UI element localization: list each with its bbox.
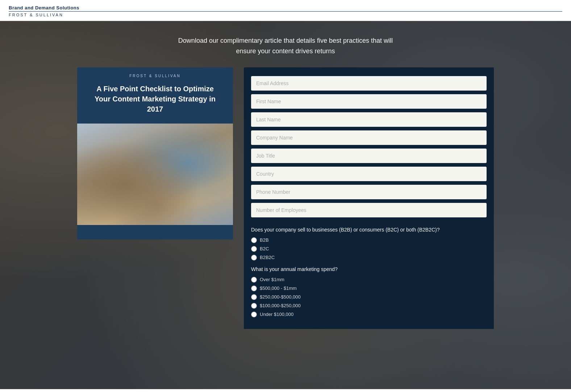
- book-cover-image: [77, 124, 233, 225]
- marketing-option-250k500k[interactable]: $250,000-$500,000: [251, 294, 487, 300]
- book-brand-label: FROST & SULLIVAN: [84, 74, 226, 78]
- headline-line1: Download our complimentary article that …: [178, 37, 393, 44]
- b2b-question-label: Does your company sell to businesses (B2…: [251, 226, 487, 234]
- marketing-label-under100k: Under $100,000: [260, 312, 293, 317]
- marketing-label-100k250k: $100,000-$250,000: [260, 303, 301, 308]
- b2b-radio-b2b[interactable]: [251, 237, 257, 243]
- b2b-radio-b2b2c[interactable]: [251, 255, 257, 260]
- site-header: Brand and Demand Solutions FROST & SULLI…: [0, 0, 571, 21]
- marketing-radio-100k250k[interactable]: [251, 303, 257, 309]
- marketing-option-under100k[interactable]: Under $100,000: [251, 312, 487, 317]
- brand-top-label: Brand and Demand Solutions: [9, 5, 562, 11]
- b2b-option-b2c[interactable]: B2C: [251, 246, 487, 252]
- marketing-option-100k250k[interactable]: $100,000-$250,000: [251, 303, 487, 309]
- last-name-field[interactable]: [251, 112, 487, 127]
- country-field[interactable]: [251, 167, 487, 181]
- book-card: FROST & SULLIVAN A Five Point Checklist …: [77, 67, 233, 239]
- phone-number-field[interactable]: [251, 185, 487, 199]
- book-card-header: FROST & SULLIVAN A Five Point Checklist …: [77, 67, 233, 124]
- marketing-radio-over1mm[interactable]: [251, 277, 257, 283]
- book-title-label: A Five Point Checklist to Optimize Your …: [84, 84, 226, 120]
- b2b-radio-b2c[interactable]: [251, 246, 257, 252]
- b2b-label-b2c: B2C: [260, 246, 269, 251]
- company-name-field[interactable]: [251, 130, 487, 145]
- email-field[interactable]: [251, 76, 487, 91]
- marketing-option-over1mm[interactable]: Over $1mm: [251, 277, 487, 283]
- headline-line2: ensure your content drives returns: [236, 47, 335, 55]
- marketing-option-500k1mm[interactable]: $500,000 - $1mm: [251, 285, 487, 291]
- marketing-radio-under100k[interactable]: [251, 312, 257, 317]
- page-headline: Download our complimentary article that …: [178, 36, 393, 57]
- main-area: Download our complimentary article that …: [0, 21, 571, 389]
- num-employees-field[interactable]: [251, 203, 487, 217]
- b2b-label-b2b: B2B: [260, 237, 269, 243]
- registration-form-panel: Does your company sell to businesses (B2…: [244, 67, 494, 329]
- page-content: Download our complimentary article that …: [0, 21, 571, 343]
- marketing-label-250k500k: $250,000-$500,000: [260, 294, 301, 300]
- brand-bottom-label: FROST & SULLIVAN: [9, 11, 562, 17]
- two-column-layout: FROST & SULLIVAN A Five Point Checklist …: [77, 67, 494, 329]
- marketing-radio-500k1mm[interactable]: [251, 285, 257, 291]
- marketing-label-500k1mm: $500,000 - $1mm: [260, 285, 297, 291]
- marketing-question-label: What is your annual marketing spend?: [251, 266, 487, 273]
- marketing-radio-250k500k[interactable]: [251, 294, 257, 300]
- marketing-label-over1mm: Over $1mm: [260, 277, 284, 282]
- first-name-field[interactable]: [251, 94, 487, 109]
- b2b-option-b2b[interactable]: B2B: [251, 237, 487, 243]
- b2b-option-b2b2c[interactable]: B2B2C: [251, 255, 487, 260]
- job-title-field[interactable]: [251, 149, 487, 163]
- b2b-label-b2b2c: B2B2C: [260, 255, 275, 260]
